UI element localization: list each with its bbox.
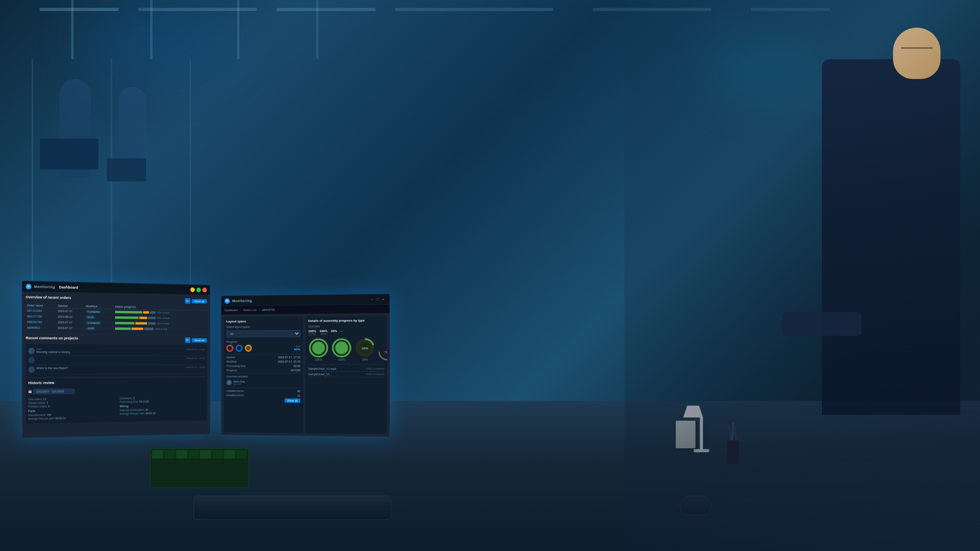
order-started: 2023-07-17 <box>57 320 85 325</box>
comments-count: Comments: 5 <box>120 396 205 400</box>
comments-refresh-btn[interactable]: ↻ <box>185 337 190 343</box>
pie-chart-2 <box>331 337 352 358</box>
stat-3: 20% <box>331 329 337 335</box>
order-name: AB969821 <box>26 325 57 331</box>
overview-stats-row: 100% 15/151 100% 60/60 20% ... <box>308 329 384 335</box>
progress-detail-label: Progress <box>226 369 237 372</box>
processing-value: 00:00 <box>294 365 300 367</box>
worker-avatar-1: J <box>226 380 232 386</box>
order-started: 2023-07-17 <box>57 308 85 314</box>
orders-table: Order name Started Modified Status progr… <box>26 303 207 332</box>
installed-label-2: Installed items: <box>226 394 245 397</box>
avg-time-part: Average time per part: 00:00:14 <box>28 416 117 420</box>
progress-indicators: Total 60% <box>226 344 300 352</box>
window-title-1: Dashboard <box>59 285 78 289</box>
orders-refresh-btn[interactable]: ↻ <box>185 298 190 304</box>
comments-show-all-btn[interactable]: Show all <box>192 338 207 342</box>
comment-avatar-3 <box>28 366 35 372</box>
orders-title: Overview of recent orders <box>26 295 71 300</box>
wiring-label: Wiring <box>120 404 205 408</box>
col-started: Started <box>57 304 85 309</box>
progress-circle-red <box>226 345 234 352</box>
close-btn-2[interactable]: × <box>382 297 386 301</box>
pie-chart-3: 20% <box>354 337 375 358</box>
app-icon-2: M <box>224 298 230 304</box>
breadcrumb-current: AB842789 <box>262 308 275 311</box>
parts-col: Parts Mounted parts: 196 Average time pe… <box>28 408 117 420</box>
sample-orders-list: SampleOrder_V1-eqId 100% Completed Sampl… <box>308 366 384 377</box>
maximize-btn-1[interactable] <box>196 288 201 292</box>
order-modified: 15:08 <box>85 325 114 331</box>
historic-comments-col: Comments: 5 Processing time: 00:13:55 Wi… <box>120 395 205 419</box>
stat-2: 100% 60/60 <box>320 329 328 335</box>
person-head <box>893 28 940 79</box>
historic-orders-label <box>28 396 117 397</box>
total-progress: Total 60% <box>294 345 300 351</box>
date-range-input[interactable] <box>34 389 74 394</box>
sample-order-label-2: SampleOrder_V1 <box>308 373 330 376</box>
breadcrumb-orders[interactable]: Orders List <box>243 308 256 311</box>
svg-text:75%: 75% <box>384 351 387 354</box>
pie-chart-4: 75% <box>378 343 387 361</box>
order-started: 2023-08-12 <box>57 314 85 320</box>
app-icon-1: M <box>26 284 32 290</box>
close-btn-1[interactable] <box>202 288 207 292</box>
svg-point-2 <box>312 342 325 354</box>
worker-row-1: J John Doe EPLAN <box>226 379 300 386</box>
comment-date-3: 2023-07-17, 15:15 <box>186 366 205 369</box>
layout-space-panel: Layout space Select layout space All Lay… <box>224 316 303 433</box>
comment-date-2: 2023-07-17, 15:26 <box>186 357 205 359</box>
progress-section-label: Progress <box>226 340 300 343</box>
breadcrumb-home[interactable]: Dashboard <box>224 309 237 312</box>
monitors-area: M Monitoring Dashboard Overview of recen… <box>24 282 389 436</box>
select-space-label: Select layout space <box>226 325 300 328</box>
orders-show-all-btn[interactable]: Show all <box>192 299 207 303</box>
finished-orders: Finished orders: 0 <box>28 404 117 408</box>
order-row[interactable]: AB969821 2023-07-17 15:08 40% of total <box>26 325 207 332</box>
comment-date-1: 2023-07-17, 17:21 <box>186 348 205 351</box>
historic-header: Historic review <box>28 380 205 387</box>
order-name: AB7142493 <box>26 308 57 314</box>
order-modified: 15:26 <box>85 314 114 320</box>
processing-label: Processing time <box>226 365 246 367</box>
chart-4: 75% <box>378 343 387 361</box>
sample-order-label-1: SampleOrder_V1-eqId <box>308 367 336 370</box>
comment-avatar-1 <box>28 348 35 354</box>
worker-info-1: John Doe EPLAN <box>233 380 245 385</box>
col-modified: Modified <box>85 304 114 309</box>
assembly-progress-panel: Details of assembly progress by type Ove… <box>305 316 387 434</box>
svg-point-5 <box>335 342 348 354</box>
historic-orders-col: New orders: 12 Started orders: 5 Finishe… <box>28 396 117 421</box>
historic-comments-label <box>120 395 205 396</box>
worker-app-1: EPLAN <box>233 383 245 385</box>
sample-order-row-2: SampleOrder_V1 100% Completed <box>308 372 384 377</box>
comment-avatar-2 <box>28 357 35 363</box>
started-orders: Started orders: 5 <box>28 401 117 404</box>
app-name-1: Monitoring <box>34 284 55 289</box>
minimize-btn-1[interactable] <box>190 287 195 292</box>
breadcrumb-sep-1: › <box>240 309 241 312</box>
started-value: 2023-07-17, 17:15 <box>278 356 300 359</box>
maximize-btn-2[interactable]: □ <box>377 297 381 301</box>
assembly-title: Details of assembly progress by type <box>308 318 384 322</box>
installed-value-2: 11 <box>297 394 300 397</box>
chart-3: 20% 20% <box>354 337 375 361</box>
comment-item-2: 2023-07-17, 15:26 <box>28 356 205 365</box>
sample-order-row-1: SampleOrder_V1-eqId 100% Completed <box>308 366 384 372</box>
comments-list: User Mounting material is missing 2023-0… <box>26 344 207 377</box>
pie-chart-1 <box>308 338 329 358</box>
comment-text-1: Mounting material is missing <box>36 350 70 354</box>
stat-4: ... <box>340 329 343 335</box>
layout-space-title: Layout space <box>226 319 300 323</box>
chart-1: 100% <box>308 338 329 361</box>
order-modified: In progress <box>85 308 114 314</box>
layout-show-all-btn[interactable]: Show all <box>285 399 300 403</box>
layout-space-select[interactable]: All Layout 1 Layout 2 <box>226 330 300 337</box>
monitor-2: M Monitoring − □ × Dashboard › Orders Li… <box>220 293 390 437</box>
minimize-btn-2[interactable]: − <box>371 297 375 301</box>
order-name: AB8262789 <box>26 319 57 325</box>
keyboard[interactable] <box>194 496 391 519</box>
app-name-2: Monitoring <box>232 299 252 303</box>
parts-label: Parts <box>28 408 117 412</box>
processing-time: Processing time: 00:13:55 <box>120 400 205 403</box>
